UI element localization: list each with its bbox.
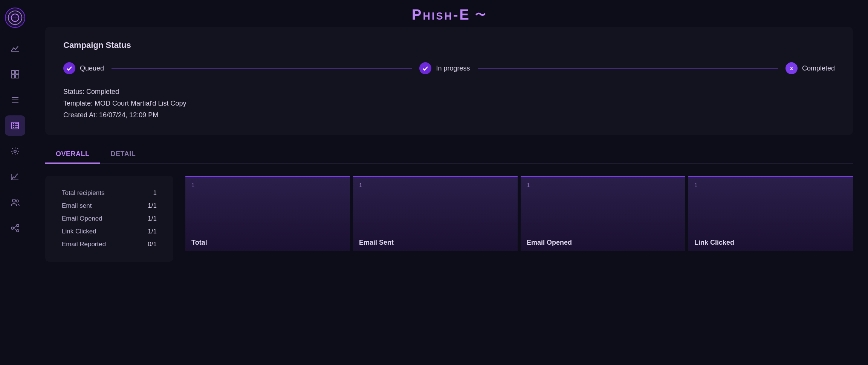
svg-rect-8 xyxy=(11,75,15,78)
stat-label-email-sent: Email sent xyxy=(62,202,92,210)
stats-table: Total recipients 1 Email sent 1/1 Email … xyxy=(62,189,157,248)
progress-dot-inprogress xyxy=(419,62,431,74)
app-title: Phish-E 〜 xyxy=(412,7,486,23)
stat-value-email-sent: 1/1 xyxy=(148,202,157,210)
tab-overall[interactable]: OVERALL xyxy=(45,146,100,164)
tabs-container: OVERALL DETAIL xyxy=(45,146,853,164)
campaign-status-row: Status: Completed xyxy=(63,88,835,96)
sidebar-item-settings[interactable] xyxy=(5,141,25,161)
bar-total: Total 1 xyxy=(185,176,350,251)
progress-step-inprogress: In progress xyxy=(419,62,470,74)
campaign-status-title: Campaign Status xyxy=(63,40,835,50)
bar-label-email-sent: Email Sent xyxy=(359,239,394,247)
campaign-status-card: Campaign Status Queued In progress xyxy=(45,27,853,135)
stat-label-email-reported: Email Reported xyxy=(62,241,106,248)
stat-label-link-clicked: Link Clicked xyxy=(62,228,96,235)
app-logo[interactable] xyxy=(5,8,25,28)
stat-label-email-opened: Email Opened xyxy=(62,215,102,222)
overview-content: Total recipients 1 Email sent 1/1 Email … xyxy=(45,176,853,262)
svg-point-23 xyxy=(12,199,15,202)
progress-line-1 xyxy=(112,68,412,69)
svg-line-29 xyxy=(14,228,17,230)
stat-label-total-recipients: Total recipients xyxy=(62,189,104,197)
svg-point-14 xyxy=(13,125,14,126)
svg-point-24 xyxy=(16,200,18,202)
bar-value-email-opened: 1 xyxy=(527,182,530,188)
svg-point-16 xyxy=(13,123,14,124)
sidebar-item-analytics-chart[interactable] xyxy=(5,38,25,59)
progress-dot-queued xyxy=(63,62,75,74)
progress-label-queued: Queued xyxy=(80,64,104,72)
app-title-icon: 〜 xyxy=(475,8,486,22)
stat-value-email-opened: 1/1 xyxy=(148,215,157,222)
progress-step-completed: 3 Completed xyxy=(785,62,835,74)
progress-dot-completed: 3 xyxy=(785,62,798,74)
bar-link-clicked: Link Clicked 1 xyxy=(688,176,853,251)
main-content: Phish-E 〜 Campaign Status Queued xyxy=(30,0,868,365)
stat-row-link-clicked: Link Clicked 1/1 xyxy=(62,228,157,235)
bar-email-opened: Email Opened 1 xyxy=(521,176,685,251)
progress-label-completed: Completed xyxy=(802,64,835,72)
stat-value-total-recipients: 1 xyxy=(153,189,157,197)
sidebar-item-users[interactable] xyxy=(5,192,25,213)
bar-value-total: 1 xyxy=(191,182,194,188)
stat-value-link-clicked: 1/1 xyxy=(148,228,157,235)
bar-value-link-clicked: 1 xyxy=(694,182,697,188)
svg-point-27 xyxy=(17,230,19,232)
bar-chart: Total 1 Email Sent 1 Email Opened 1 Link… xyxy=(185,176,853,251)
bar-label-total: Total xyxy=(191,239,207,247)
stat-value-email-reported: 0/1 xyxy=(148,241,157,248)
stats-card: Total recipients 1 Email sent 1/1 Email … xyxy=(45,176,173,262)
sidebar-item-dashboard[interactable] xyxy=(5,64,25,84)
tab-detail[interactable]: DETAIL xyxy=(100,146,147,164)
app-header: Phish-E 〜 xyxy=(30,0,868,27)
sidebar xyxy=(0,0,30,365)
bar-email-sent: Email Sent 1 xyxy=(353,176,518,251)
svg-point-20 xyxy=(14,150,16,152)
sidebar-item-list[interactable] xyxy=(5,90,25,110)
svg-rect-9 xyxy=(15,75,19,78)
svg-point-26 xyxy=(17,224,19,227)
stat-row-email-reported: Email Reported 0/1 xyxy=(62,241,157,248)
svg-point-18 xyxy=(13,127,14,128)
app-title-text: Phish-E xyxy=(412,7,471,23)
progress-label-inprogress: In progress xyxy=(436,64,470,72)
svg-point-25 xyxy=(11,227,14,229)
svg-rect-7 xyxy=(15,71,19,74)
page-content: Campaign Status Queued In progress xyxy=(30,27,868,365)
bar-label-link-clicked: Link Clicked xyxy=(694,239,734,247)
campaign-info: Status: Completed Template: MOD Court Ma… xyxy=(63,88,835,119)
progress-step-queued: Queued xyxy=(63,62,104,74)
bar-value-email-sent: 1 xyxy=(359,182,362,188)
sidebar-item-campaigns[interactable] xyxy=(5,115,25,136)
sidebar-item-analytics-line[interactable] xyxy=(5,167,25,187)
svg-rect-6 xyxy=(11,71,15,74)
campaign-template-row: Template: MOD Court Martial'd List Copy xyxy=(63,100,835,107)
stat-row-email-opened: Email Opened 1/1 xyxy=(62,215,157,222)
sidebar-item-integrations[interactable] xyxy=(5,218,25,238)
svg-line-28 xyxy=(14,226,17,228)
bar-label-email-opened: Email Opened xyxy=(527,239,572,247)
stat-row-total-recipients: Total recipients 1 xyxy=(62,189,157,197)
stat-row-email-sent: Email sent 1/1 xyxy=(62,202,157,210)
campaign-progress-bar: Queued In progress 3 Completed xyxy=(63,62,835,74)
progress-line-2 xyxy=(478,68,778,69)
campaign-created-row: Created At: 16/07/24, 12:09 PM xyxy=(63,111,835,119)
